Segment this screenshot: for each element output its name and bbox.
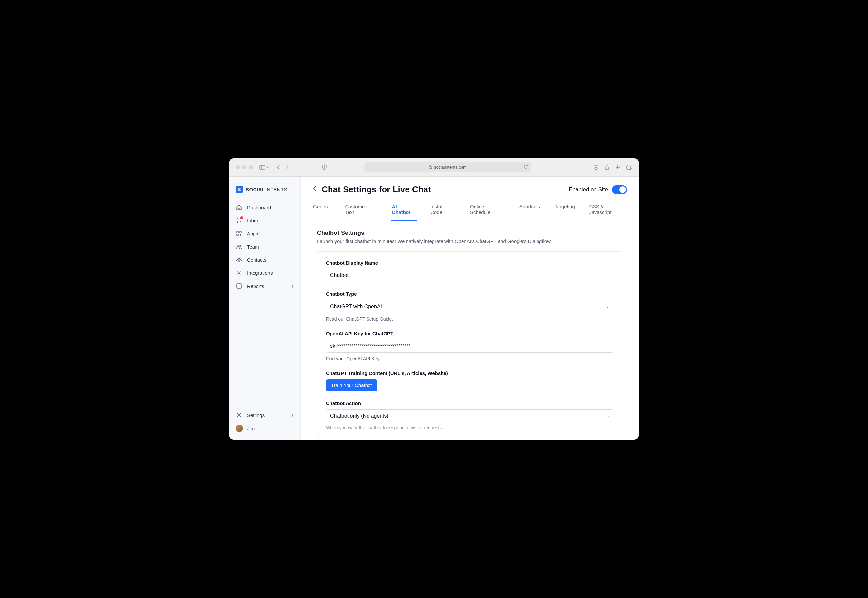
settings-tabs: General Customize Text AI Chatbot Instal…	[313, 200, 627, 221]
train-chatbot-button[interactable]: Train Your Chatbot	[326, 379, 377, 391]
tab-css-js[interactable]: CSS & Javascript	[589, 200, 627, 221]
api-key-label: OpenAI API Key for ChatGPT	[326, 331, 614, 336]
tab-ai-chatbot[interactable]: AI Chatbot	[391, 200, 417, 221]
svg-rect-10	[240, 231, 241, 233]
notification-badge	[240, 217, 243, 219]
training-label: ChatGPT Training Content (URL's, Article…	[326, 371, 614, 376]
tab-install-code[interactable]: Install Code	[430, 200, 456, 221]
sidebar-icon	[259, 165, 265, 170]
downloads-button[interactable]	[594, 164, 599, 170]
section-title: Chatbot Settings	[317, 230, 623, 236]
svg-point-14	[237, 258, 239, 260]
user-menu[interactable]: Jim	[229, 422, 300, 435]
apps-icon	[236, 230, 242, 237]
sidebar-item-reports[interactable]: Reports ❯	[229, 280, 300, 293]
url-text: socialintents.com	[434, 165, 467, 170]
svg-point-7	[239, 220, 239, 220]
svg-point-15	[240, 258, 241, 260]
sidebar-item-integrations[interactable]: Integrations	[229, 266, 300, 280]
reload-button[interactable]	[524, 164, 528, 170]
page-back-button[interactable]	[313, 185, 317, 194]
chatbot-type-select[interactable]: ChatGPT with OpenAI ⌄	[326, 300, 614, 313]
avatar	[236, 425, 243, 432]
display-name-input[interactable]	[326, 269, 614, 282]
tab-customize-text[interactable]: Customize Text	[344, 200, 378, 221]
user-name: Jim	[247, 426, 254, 431]
type-hint: Read our ChatGPT Setup Guide.	[326, 316, 614, 321]
maximize-window-button[interactable]	[249, 165, 253, 169]
tab-shortcuts[interactable]: Shortcuts	[519, 200, 541, 221]
sidebar-item-label: Contacts	[247, 257, 266, 263]
back-button[interactable]	[277, 165, 280, 170]
sidebar-item-label: Inbox	[247, 218, 259, 223]
minimize-window-button[interactable]	[242, 165, 246, 169]
lock-icon	[429, 165, 432, 170]
gear-icon	[236, 269, 242, 276]
browser-window: socialintents.com S SOCIALINTENTS Dashbo…	[229, 158, 639, 440]
enabled-label: Enabled on Site	[569, 186, 608, 193]
svg-point-16	[238, 272, 240, 274]
tab-overview-button[interactable]	[626, 164, 632, 170]
section-subtitle: Launch your first chatbot in minutes! We…	[317, 238, 623, 244]
action-label: Chatbot Action	[326, 401, 614, 406]
api-key-input[interactable]	[326, 339, 614, 353]
sidebar-item-label: Dashboard	[247, 205, 271, 210]
display-name-label: Chatbot Display Name	[326, 260, 614, 266]
setup-guide-link[interactable]: ChatGPT Setup Guide	[346, 316, 392, 321]
chatbot-action-select[interactable]: Chatbot only (No agents) ⌄	[326, 410, 614, 423]
titlebar: socialintents.com	[229, 158, 639, 176]
sidebar-item-label: Team	[247, 244, 259, 250]
share-button[interactable]	[605, 164, 609, 170]
sidebar-item-inbox[interactable]: Inbox	[229, 214, 300, 227]
settings-card: Chatbot Display Name Chatbot Type ChatGP…	[317, 251, 623, 436]
svg-point-12	[238, 245, 239, 247]
forward-button[interactable]	[285, 165, 289, 170]
svg-rect-2	[429, 167, 432, 169]
team-icon	[236, 243, 242, 250]
reports-icon	[236, 283, 242, 289]
url-bar[interactable]: socialintents.com	[364, 163, 531, 172]
sidebar-item-label: Apps	[247, 231, 258, 236]
sidebar-item-settings[interactable]: Settings ❯	[229, 408, 300, 422]
main-content: Chat Settings for Live Chat Enabled on S…	[301, 176, 639, 440]
svg-rect-11	[237, 234, 238, 236]
page-title: Chat Settings for Live Chat	[322, 184, 431, 194]
contacts-icon	[236, 256, 242, 263]
tab-online-schedule[interactable]: Online Schedule	[469, 200, 506, 221]
sidebar-item-team[interactable]: Team	[229, 240, 300, 253]
sidebar-item-dashboard[interactable]: Dashboard	[229, 201, 300, 214]
tab-general[interactable]: General	[313, 200, 331, 221]
svg-point-8	[240, 220, 240, 220]
svg-rect-9	[237, 231, 238, 233]
home-icon	[236, 204, 242, 211]
chevron-down-icon: ⌄	[606, 304, 609, 309]
chevron-down-icon	[266, 166, 269, 169]
chevron-down-icon: ⌄	[606, 414, 609, 418]
chevron-right-icon: ❯	[291, 413, 294, 417]
svg-rect-0	[260, 165, 265, 169]
action-hint: When you want the chatbot to respond to …	[326, 425, 614, 430]
openai-key-link[interactable]: OpenAI API Key	[346, 356, 379, 361]
privacy-shield-icon[interactable]	[322, 164, 327, 170]
chevron-right-icon: ❯	[291, 284, 294, 288]
chat-icon	[236, 217, 242, 224]
select-value: ChatGPT with OpenAI	[330, 303, 382, 309]
close-window-button[interactable]	[236, 165, 240, 169]
svg-point-13	[240, 245, 241, 247]
brand-logo[interactable]: S SOCIALINTENTS	[229, 183, 300, 201]
api-key-hint: Find your OpenAI API Key	[326, 356, 614, 361]
svg-rect-4	[627, 166, 630, 170]
tab-targeting[interactable]: Targeting	[554, 200, 576, 221]
sidebar-item-contacts[interactable]: Contacts	[229, 253, 300, 266]
sidebar-item-label: Integrations	[247, 270, 272, 276]
enabled-toggle[interactable]	[612, 185, 627, 194]
app-sidebar: S SOCIALINTENTS Dashboard Inbox Apps	[229, 176, 301, 440]
settings-icon	[236, 412, 242, 418]
sidebar-item-apps[interactable]: Apps	[229, 227, 300, 240]
toggle-knob	[620, 186, 626, 193]
new-tab-button[interactable]	[615, 164, 620, 170]
sidebar-toggle[interactable]	[259, 165, 269, 170]
chatbot-type-label: Chatbot Type	[326, 291, 614, 297]
brand-text: SOCIALINTENTS	[245, 187, 287, 192]
traffic-lights	[236, 165, 253, 169]
